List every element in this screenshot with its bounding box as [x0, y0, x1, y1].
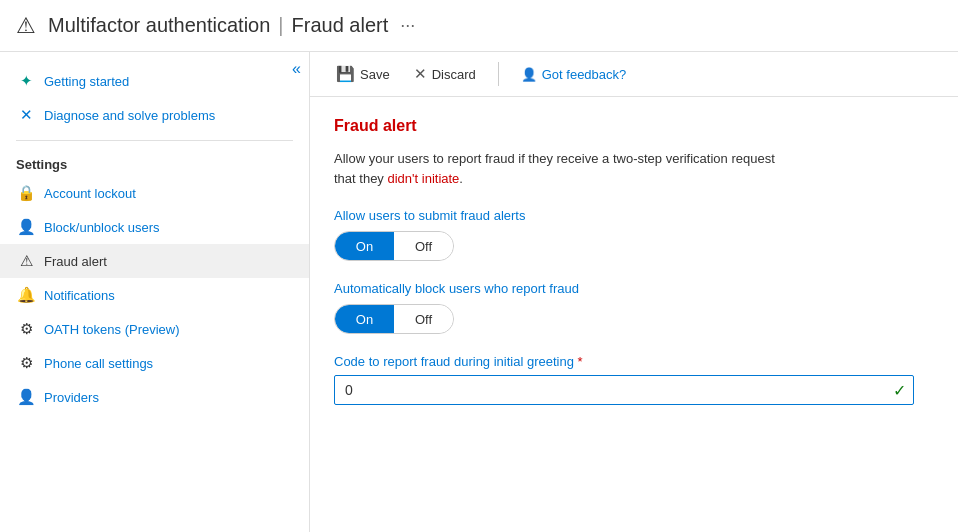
check-icon: ✓ — [893, 381, 906, 400]
description-link[interactable]: didn't initiate — [387, 171, 459, 186]
sidebar-item-label: Block/unblock users — [44, 220, 160, 235]
account-lockout-icon: 🔒 — [16, 184, 36, 202]
sidebar-item-label: Providers — [44, 390, 99, 405]
header-separator: | — [278, 14, 283, 37]
sidebar-item-label: Getting started — [44, 74, 129, 89]
sidebar: « ✦ Getting started ✕ Diagnose and solve… — [0, 52, 310, 532]
sidebar-divider — [16, 140, 293, 141]
fraud-alert-icon: ⚠ — [16, 252, 36, 270]
sidebar-item-label: Diagnose and solve problems — [44, 108, 215, 123]
sidebar-item-label: Notifications — [44, 288, 115, 303]
discard-button[interactable]: ✕ Discard — [404, 60, 486, 88]
save-button[interactable]: 💾 Save — [326, 60, 400, 88]
phone-call-icon: ⚙ — [16, 354, 36, 372]
sidebar-item-account-lockout[interactable]: 🔒 Account lockout — [0, 176, 309, 210]
header-subtitle: Fraud alert — [292, 14, 389, 37]
main-layout: « ✦ Getting started ✕ Diagnose and solve… — [0, 52, 958, 532]
sidebar-item-diagnose[interactable]: ✕ Diagnose and solve problems — [0, 98, 309, 132]
save-label: Save — [360, 67, 390, 82]
discard-icon: ✕ — [414, 65, 427, 83]
fraud-alerts-label: Allow users to submit fraud alerts — [334, 208, 934, 223]
required-marker: * — [578, 354, 583, 369]
fraud-alerts-toggle[interactable]: On Off — [334, 231, 454, 261]
diagnose-icon: ✕ — [16, 106, 36, 124]
page-body: Fraud alert Allow your users to report f… — [310, 97, 958, 445]
sidebar-item-notifications[interactable]: 🔔 Notifications — [0, 278, 309, 312]
sidebar-item-label: Fraud alert — [44, 254, 107, 269]
code-input[interactable] — [334, 375, 914, 405]
discard-label: Discard — [432, 67, 476, 82]
feedback-icon: 👤 — [521, 67, 537, 82]
header-title: Multifactor authentication — [48, 14, 270, 37]
getting-started-icon: ✦ — [16, 72, 36, 90]
sidebar-item-getting-started[interactable]: ✦ Getting started — [0, 64, 309, 98]
content-area: 💾 Save ✕ Discard 👤 Got feedback? Fraud a… — [310, 52, 958, 532]
sidebar-collapse-button[interactable]: « — [292, 60, 301, 78]
auto-block-label: Automatically block users who report fra… — [334, 281, 934, 296]
toolbar-separator — [498, 62, 499, 86]
sidebar-item-fraud-alert[interactable]: ⚠ Fraud alert — [0, 244, 309, 278]
oath-tokens-icon: ⚙ — [16, 320, 36, 338]
sidebar-item-label: Account lockout — [44, 186, 136, 201]
toggle-off-option[interactable]: Off — [394, 232, 453, 260]
description-text-2: that they didn't initiate. — [334, 171, 463, 186]
settings-section-label: Settings — [0, 149, 309, 176]
auto-block-toggle-off[interactable]: Off — [394, 305, 453, 333]
description-text-1: Allow your users to report fraud if they… — [334, 151, 775, 166]
app-header: ⚠ Multifactor authentication | Fraud ale… — [0, 0, 958, 52]
feedback-button[interactable]: 👤 Got feedback? — [511, 62, 637, 87]
providers-icon: 👤 — [16, 388, 36, 406]
header-warning-icon: ⚠ — [16, 13, 36, 39]
sidebar-item-label: Phone call settings — [44, 356, 153, 371]
sidebar-item-providers[interactable]: 👤 Providers — [0, 380, 309, 414]
sidebar-item-label: OATH tokens (Preview) — [44, 322, 180, 337]
sidebar-item-phone-call[interactable]: ⚙ Phone call settings — [0, 346, 309, 380]
header-more-icon[interactable]: ··· — [400, 15, 415, 36]
auto-block-toggle-on[interactable]: On — [335, 305, 394, 333]
fraud-alerts-toggle-group: Allow users to submit fraud alerts On Of… — [334, 208, 934, 261]
notifications-icon: 🔔 — [16, 286, 36, 304]
toolbar: 💾 Save ✕ Discard 👤 Got feedback? — [310, 52, 958, 97]
sidebar-nav: ✦ Getting started ✕ Diagnose and solve p… — [0, 52, 309, 426]
code-input-wrapper: ✓ — [334, 375, 914, 405]
sidebar-item-oath-tokens[interactable]: ⚙ OATH tokens (Preview) — [0, 312, 309, 346]
code-field-label: Code to report fraud during initial gree… — [334, 354, 934, 369]
auto-block-toggle-group: Automatically block users who report fra… — [334, 281, 934, 334]
toggle-on-option[interactable]: On — [335, 232, 394, 260]
save-icon: 💾 — [336, 65, 355, 83]
page-title: Fraud alert — [334, 117, 934, 135]
sidebar-item-block-unblock[interactable]: 👤 Block/unblock users — [0, 210, 309, 244]
auto-block-toggle[interactable]: On Off — [334, 304, 454, 334]
page-description: Allow your users to report fraud if they… — [334, 149, 934, 188]
code-field-group: Code to report fraud during initial gree… — [334, 354, 934, 405]
feedback-label: Got feedback? — [542, 67, 627, 82]
block-unblock-icon: 👤 — [16, 218, 36, 236]
